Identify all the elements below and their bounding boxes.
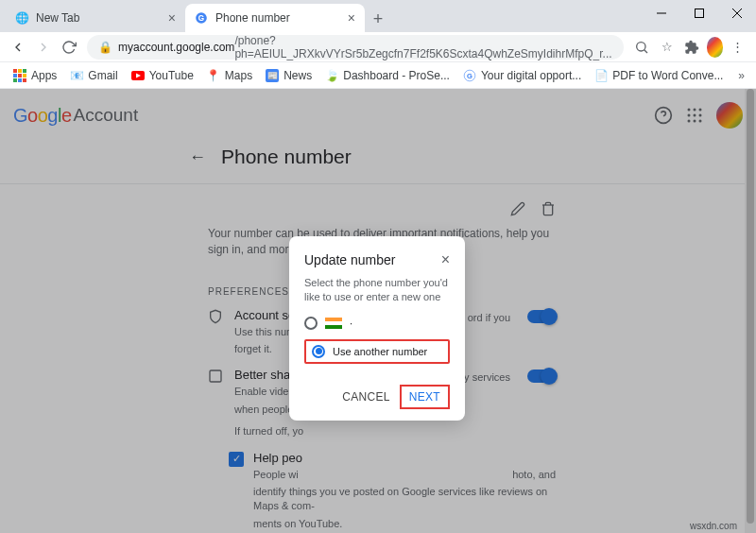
google-g-icon: G xyxy=(463,69,476,82)
cancel-button[interactable]: CANCEL xyxy=(342,390,389,404)
bookmark-maps[interactable]: 📍Maps xyxy=(201,65,258,86)
browser-tab-active[interactable]: G Phone number × xyxy=(185,4,365,32)
reload-button[interactable] xyxy=(58,34,79,60)
svg-rect-3 xyxy=(696,9,704,18)
minimize-button[interactable] xyxy=(643,0,680,26)
svg-text:G: G xyxy=(467,71,472,79)
bookmarks-bar: Apps 📧Gmail YouTube 📍Maps 📰News 🍃Dashboa… xyxy=(0,62,756,89)
india-flag-icon xyxy=(325,318,342,329)
forward-button[interactable] xyxy=(33,34,55,60)
bookmark-label: PDF to Word Conve... xyxy=(612,69,723,82)
svg-rect-10 xyxy=(23,69,26,73)
bookmark-news[interactable]: 📰News xyxy=(260,65,318,86)
bookmark-gmail[interactable]: 📧Gmail xyxy=(64,65,123,86)
extensions-icon[interactable] xyxy=(681,34,703,60)
svg-rect-11 xyxy=(13,74,17,77)
back-button[interactable] xyxy=(8,34,29,60)
dialog-description: Select the phone number you'd like to us… xyxy=(304,276,450,305)
url-path: /phone?ph=AEIUL_JRXkvVYrSr5bZegcfn7Ff2f5… xyxy=(234,34,611,60)
bookmark-youtube[interactable]: YouTube xyxy=(126,65,199,86)
svg-rect-15 xyxy=(18,78,22,82)
news-icon: 📰 xyxy=(266,69,279,82)
close-icon[interactable]: × xyxy=(441,251,450,268)
svg-rect-16 xyxy=(23,78,26,82)
page-content: Google Account ← Phone number Your numbe… xyxy=(0,89,756,533)
globe-icon: 🌐 xyxy=(15,11,28,25)
bookmark-apps[interactable]: Apps xyxy=(8,65,62,86)
bookmark-label: Your digital opport... xyxy=(481,69,581,82)
bookmark-dashboard[interactable]: 🍃Dashboard - ProSe... xyxy=(319,65,455,86)
option-label: Use another number xyxy=(333,346,427,357)
radio-unchecked-icon xyxy=(304,317,318,330)
bookmark-label: News xyxy=(284,69,312,82)
tab-label: New Tab xyxy=(36,11,79,25)
bookmark-label: YouTube xyxy=(149,69,194,82)
next-button[interactable]: NEXT xyxy=(400,385,450,409)
svg-line-7 xyxy=(644,49,647,52)
doc-icon: 📄 xyxy=(594,69,608,82)
profile-avatar[interactable] xyxy=(707,37,724,58)
close-icon[interactable]: × xyxy=(348,10,355,26)
maximize-button[interactable] xyxy=(680,0,718,26)
svg-text:G: G xyxy=(198,14,204,23)
leaf-icon: 🍃 xyxy=(325,69,338,82)
close-icon[interactable]: × xyxy=(168,10,176,26)
svg-rect-12 xyxy=(18,74,22,77)
tab-label: Phone number xyxy=(215,11,290,25)
svg-rect-14 xyxy=(13,78,17,82)
svg-rect-9 xyxy=(18,69,22,73)
bookmarks-overflow-icon[interactable]: » xyxy=(734,65,748,86)
new-tab-button[interactable]: + xyxy=(365,6,391,32)
url-domain: myaccount.google.com xyxy=(118,41,234,54)
close-window-button[interactable] xyxy=(718,0,756,26)
youtube-icon xyxy=(131,69,145,82)
bookmark-label: Gmail xyxy=(88,69,117,82)
bookmark-pdf[interactable]: 📄PDF to Word Conve... xyxy=(589,65,729,86)
zoom-icon[interactable] xyxy=(631,34,653,60)
radio-option-existing[interactable]: · xyxy=(304,317,450,330)
svg-rect-8 xyxy=(13,69,17,73)
chrome-menu-icon[interactable]: ⋮ xyxy=(727,34,748,60)
browser-toolbar: 🔒 myaccount.google.com/phone?ph=AEIUL_JR… xyxy=(0,32,756,62)
radio-option-another[interactable]: Use another number xyxy=(304,339,450,364)
apps-icon xyxy=(13,69,26,82)
gmail-icon: 📧 xyxy=(70,69,83,82)
lock-icon: 🔒 xyxy=(98,41,112,54)
address-bar[interactable]: 🔒 myaccount.google.com/phone?ph=AEIUL_JR… xyxy=(87,35,624,60)
svg-point-6 xyxy=(637,42,645,50)
bookmark-digital[interactable]: GYour digital opport... xyxy=(457,65,587,86)
bookmark-star-icon[interactable]: ☆ xyxy=(656,34,678,60)
update-number-dialog: Update number × Select the phone number … xyxy=(289,236,465,421)
bookmark-label: Apps xyxy=(31,69,57,82)
google-favicon-icon: G xyxy=(195,11,208,25)
browser-tab[interactable]: 🌐 New Tab × xyxy=(6,4,185,32)
maps-pin-icon: 📍 xyxy=(207,69,220,82)
bookmark-label: Dashboard - ProSe... xyxy=(343,69,450,82)
dialog-title: Update number xyxy=(304,252,396,267)
window-controls xyxy=(643,0,756,26)
radio-checked-icon xyxy=(312,345,325,358)
svg-rect-13 xyxy=(23,74,26,77)
bookmark-label: Maps xyxy=(225,69,252,82)
